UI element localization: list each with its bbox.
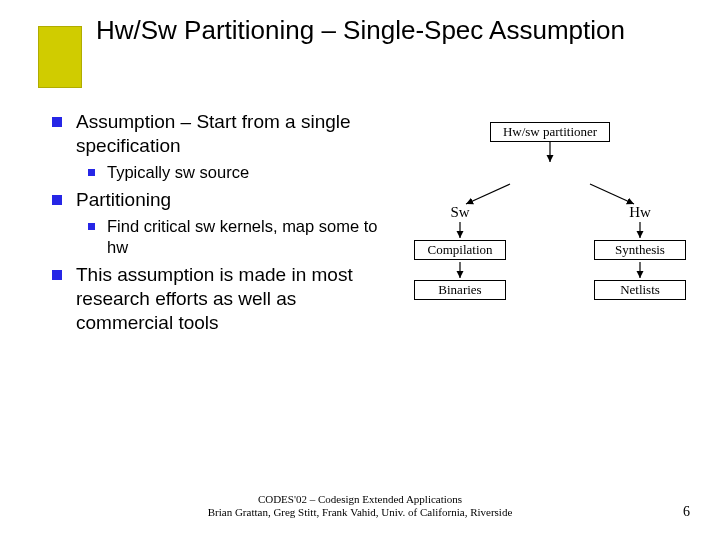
flow-diagram: Specification Hw/sw partitioner Sw Hw Co…: [400, 122, 700, 342]
bullet-text: Assumption – Start from a single specifi…: [76, 110, 382, 158]
bullet-icon: [88, 169, 95, 176]
svg-line-2: [590, 184, 634, 204]
list-item: Find critical sw kernels, map some to hw: [88, 216, 382, 257]
footer-line: CODES'02 – Codesign Extended Application…: [0, 493, 720, 507]
diagram-label-hw: Hw: [616, 204, 664, 221]
body-text: Assumption – Start from a single specifi…: [52, 110, 382, 338]
footer: CODES'02 – Codesign Extended Application…: [0, 493, 720, 521]
list-item: Assumption – Start from a single specifi…: [52, 110, 382, 158]
title-accent-box: [38, 26, 82, 88]
slide-number: 6: [683, 504, 690, 520]
list-item: This assumption is made in most research…: [52, 263, 382, 334]
bullet-icon: [52, 117, 62, 127]
diagram-box-compilation: Compilation: [414, 240, 506, 260]
diagram-label-sw: Sw: [436, 204, 484, 221]
diagram-box-binaries: Binaries: [414, 280, 506, 300]
footer-line: Brian Grattan, Greg Stitt, Frank Vahid, …: [0, 506, 720, 520]
list-item: Partitioning: [52, 188, 382, 212]
bullet-text: This assumption is made in most research…: [76, 263, 382, 334]
diagram-box-netlists: Netlists: [594, 280, 686, 300]
diagram-box-synthesis: Synthesis: [594, 240, 686, 260]
diagram-box-partitioner: Hw/sw partitioner: [490, 122, 610, 142]
svg-line-1: [466, 184, 510, 204]
slide-title: Hw/Sw Partitioning – Single-Spec Assumpt…: [96, 14, 690, 47]
bullet-text: Partitioning: [76, 188, 171, 212]
bullet-text: Find critical sw kernels, map some to hw: [107, 216, 382, 257]
list-item: Typically sw source: [88, 162, 382, 183]
bullet-text: Typically sw source: [107, 162, 249, 183]
bullet-icon: [52, 270, 62, 280]
bullet-icon: [88, 223, 95, 230]
bullet-icon: [52, 195, 62, 205]
